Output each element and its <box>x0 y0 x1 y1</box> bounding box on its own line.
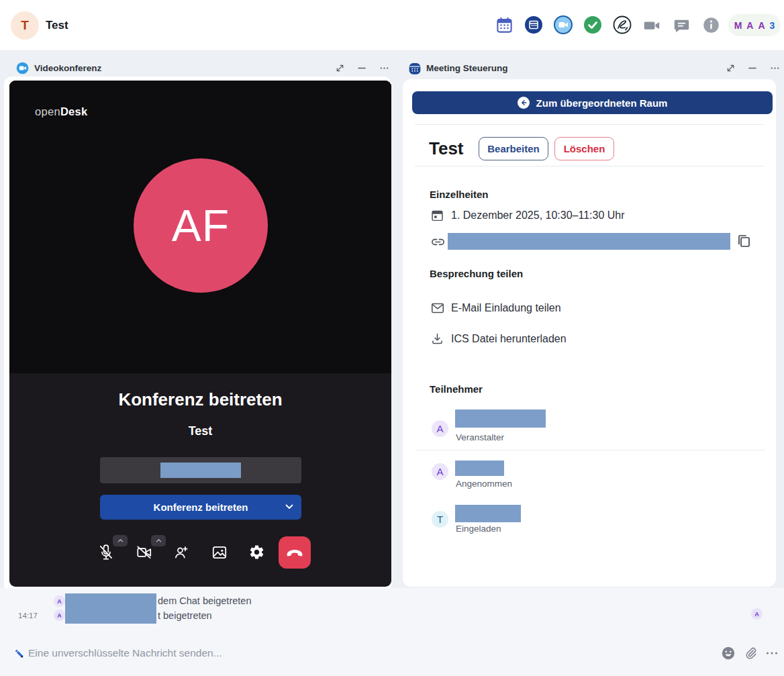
message-timestamp: 14:17 <box>18 612 38 620</box>
more-options-icon[interactable] <box>769 62 781 74</box>
meeting-title: Test <box>429 138 464 159</box>
meeting-datetime: 1. Dezember 2025, 10:30–11:30 Uhr <box>451 209 625 222</box>
emoji-icon[interactable] <box>721 646 736 663</box>
minimize-icon[interactable] <box>356 62 368 74</box>
message-text: t beigetreten <box>158 610 212 621</box>
delete-button[interactable]: Löschen <box>554 137 614 160</box>
camera-icon[interactable] <box>642 15 661 34</box>
meeting-widget-icon <box>408 62 421 75</box>
background-image-icon[interactable] <box>211 544 228 561</box>
attachment-paperclip-icon[interactable] <box>743 646 758 663</box>
participant-name-redacted <box>455 461 504 476</box>
video-conference-frame: openDesk AF Konferenz beitreten Test Kon… <box>9 81 391 587</box>
participant-initials-avatar: AF <box>134 158 268 293</box>
back-button-label: Zum übergeordneten Raum <box>536 97 668 109</box>
meeting-link-redacted <box>448 233 730 250</box>
video-widget-header: Videokonferenz <box>16 56 101 79</box>
user-avatar[interactable]: T <box>11 11 39 40</box>
divider <box>415 166 764 166</box>
chat-bubble-icon[interactable] <box>672 15 691 34</box>
minimize-icon[interactable] <box>746 62 758 74</box>
participant-avatar: A <box>432 420 448 437</box>
message-composer[interactable]: Eine unverschlüsselte Nachricht senden..… <box>28 647 222 659</box>
join-conference-button[interactable]: Konferenz beitreten <box>100 495 301 520</box>
conference-toolbar <box>9 536 391 576</box>
conference-room-name: Test <box>9 424 391 438</box>
share-email-link[interactable]: E-Mail Einladung teilen <box>451 302 561 314</box>
message-sender-avatar: A <box>54 610 65 621</box>
edit-button[interactable]: Bearbeiten <box>479 137 548 160</box>
projects-app-icon[interactable] <box>524 15 543 34</box>
display-name-input[interactable] <box>100 457 301 483</box>
meeting-widget-title: Meeting Steuerung <box>426 63 508 73</box>
divider <box>415 124 764 125</box>
page-title: Test <box>46 0 68 51</box>
chat-timeline: A A dem Chat beigetreten 14:17 t beigetr… <box>0 588 784 676</box>
hangup-button[interactable] <box>279 536 311 569</box>
participant-role: Eingeladen <box>456 524 501 534</box>
video-widget-card: openDesk AF Konferenz beitreten Test Kon… <box>4 77 391 593</box>
participant-name-redacted <box>455 409 546 428</box>
back-to-parent-room-button[interactable]: Zum übergeordneten Raum <box>412 91 773 114</box>
join-button-label: Konferenz beitreten <box>154 501 248 513</box>
calendar-date-icon <box>430 208 444 225</box>
invite-person-icon[interactable] <box>173 544 190 561</box>
participants-heading: Teilnehmer <box>430 383 483 395</box>
participant-name-redacted <box>455 505 521 522</box>
presence-initial: A <box>758 20 765 31</box>
participant-avatar: A <box>432 463 448 480</box>
tasks-app-icon[interactable] <box>583 15 602 34</box>
info-icon[interactable] <box>701 15 720 34</box>
unencrypted-pencil-icon <box>14 648 24 661</box>
share-heading: Besprechung teilen <box>430 268 523 279</box>
settings-gear-icon[interactable] <box>248 544 266 561</box>
read-receipt-avatar: A <box>751 608 763 620</box>
presence-count: 3 <box>770 20 775 31</box>
videoconference-widget-icon <box>16 62 29 75</box>
presence-initial: M <box>734 20 742 31</box>
join-conference-title: Konferenz beitreten <box>9 389 391 410</box>
expand-icon[interactable] <box>334 62 346 74</box>
microphone-options-chevron[interactable] <box>113 535 128 546</box>
email-icon <box>430 301 445 318</box>
more-options-icon[interactable] <box>378 62 390 74</box>
arrow-left-icon <box>518 97 530 109</box>
copy-link-icon[interactable] <box>736 233 752 249</box>
participant-role: Veranstalter <box>456 432 504 442</box>
chevron-down-icon <box>284 501 295 512</box>
video-widget-title: Videokonferenz <box>34 63 101 73</box>
notes-app-icon[interactable] <box>613 15 632 34</box>
message-sender-avatar: A <box>54 595 65 607</box>
video-app-icon[interactable] <box>554 15 573 34</box>
details-heading: Einzelheiten <box>430 189 489 200</box>
message-text: dem Chat beigetreten <box>158 595 251 606</box>
presence-initial: A <box>746 20 753 31</box>
microphone-muted-icon[interactable] <box>97 544 115 561</box>
display-name-value-redacted <box>160 463 241 478</box>
opendesk-logo: openDesk <box>35 105 88 118</box>
participant-role: Angenommen <box>456 479 512 489</box>
divider <box>416 450 765 450</box>
participant-avatar: T <box>432 511 448 528</box>
download-ics-link[interactable]: ICS Datei herunterladen <box>451 333 567 345</box>
camera-muted-icon[interactable] <box>136 544 153 561</box>
calendar-app-icon[interactable] <box>495 15 513 34</box>
user-avatar-initial: T <box>21 18 29 33</box>
composer-more-icon[interactable] <box>765 646 779 663</box>
expand-icon[interactable] <box>724 62 736 74</box>
presence-avatars[interactable]: M A A 3 <box>728 14 781 36</box>
link-icon <box>430 234 446 252</box>
meeting-widget-header: Meeting Steuerung <box>408 56 508 79</box>
top-bar: T Test M A A 3 <box>0 0 784 51</box>
message-sender-name-redacted <box>65 593 156 624</box>
download-icon <box>430 332 444 348</box>
hangup-phone-icon <box>285 542 305 563</box>
camera-options-chevron[interactable] <box>151 535 166 546</box>
